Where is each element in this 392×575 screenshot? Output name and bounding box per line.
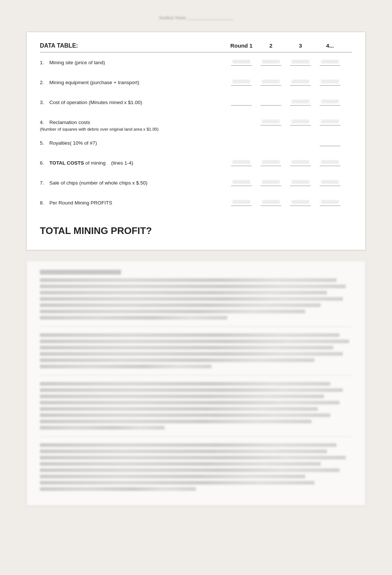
input-field[interactable]: [320, 79, 340, 86]
row-text: Reclamation costs: [49, 120, 90, 125]
input-field[interactable]: [261, 99, 281, 106]
blurred-paragraph: [40, 382, 352, 430]
row-number: 1.: [40, 59, 48, 66]
row-label: 2. Mining equipment (purchase + transpor…: [40, 79, 227, 86]
input-field[interactable]: [320, 99, 340, 106]
input-field[interactable]: [320, 140, 340, 146]
input-field[interactable]: [261, 79, 281, 86]
input-field[interactable]: [261, 179, 281, 186]
input-cell: [256, 79, 286, 86]
row-number: 8.: [40, 199, 48, 207]
row-label: 1. Mining site (price of land): [40, 59, 227, 66]
input-cell: [286, 179, 315, 186]
input-field[interactable]: [290, 159, 311, 166]
input-field[interactable]: [261, 119, 281, 125]
input-cell: [227, 140, 256, 146]
input-field[interactable]: [231, 179, 252, 186]
input-cell: [315, 140, 345, 146]
input-cell: [256, 140, 286, 146]
row-inputs: [227, 199, 352, 206]
row-number: 7.: [40, 179, 48, 187]
row-bold-text: TOTAL COSTS: [49, 160, 84, 166]
input-field[interactable]: [290, 179, 311, 186]
input-field[interactable]: [261, 159, 281, 166]
table-row: 8. Per Round Mining PROFITS: [40, 199, 352, 213]
row-label: 5. Royalties( 10% of #7): [40, 140, 227, 147]
table-row: 2. Mining equipment (purchase + transpor…: [40, 79, 352, 92]
section-divider: [40, 436, 352, 437]
input-field[interactable]: [290, 119, 311, 125]
input-field[interactable]: [231, 199, 252, 206]
input-cell: [227, 59, 256, 66]
row-label: 4. Reclamation costs (Number of squares …: [40, 119, 227, 133]
input-cell: [315, 119, 345, 125]
input-cell: [286, 119, 315, 125]
row-number: 6.: [40, 159, 48, 167]
input-field[interactable]: [290, 99, 311, 106]
row-text: Mining site (price of land): [49, 60, 105, 65]
input-field[interactable]: [320, 199, 340, 206]
blurred-paragraph: [40, 333, 352, 368]
row-number: 5.: [40, 140, 48, 147]
input-cell: [286, 159, 315, 166]
input-cell: [256, 119, 286, 125]
input-cell: [227, 159, 256, 166]
input-cell: [286, 79, 315, 86]
input-field[interactable]: [320, 119, 340, 125]
header-text: Student Name ___________________: [159, 15, 233, 20]
blurred-paragraph: [40, 443, 352, 491]
input-cell: [227, 79, 256, 86]
input-cell: [315, 79, 345, 86]
round-header-3: 3: [286, 42, 315, 49]
row-number: 2.: [40, 79, 48, 86]
row-text-after: of mining: [85, 160, 106, 166]
input-cell: [315, 179, 345, 186]
table-row: 4. Reclamation costs (Number of squares …: [40, 119, 352, 133]
row-text: Per Round Mining PROFITS: [49, 200, 112, 206]
input-cell: [256, 59, 286, 66]
total-profit-title: TOTAL MINING PROFIT?: [40, 225, 152, 236]
row-inputs: [227, 99, 352, 106]
row-text: Sale of chips (number of whole chips x $…: [49, 180, 148, 186]
row-text: Mining equipment (purchase + transport): [49, 80, 140, 85]
input-cell: [256, 159, 286, 166]
row-label: 8. Per Round Mining PROFITS: [40, 199, 227, 207]
page: Student Name ___________________ DATA TA…: [19, 0, 373, 521]
input-field[interactable]: [290, 79, 311, 86]
row-label: 7. Sale of chips (number of whole chips …: [40, 179, 227, 187]
input-field[interactable]: [231, 79, 252, 86]
section-divider: [40, 326, 352, 327]
row-inputs: [227, 59, 352, 66]
input-field[interactable]: [231, 99, 252, 106]
round-header-4: 4...: [315, 42, 345, 49]
row-text: Cost of operation (Minutes mined x $1.00…: [49, 100, 142, 105]
input-cell: [256, 179, 286, 186]
round-headers: Round 1 2 3 4...: [227, 42, 352, 49]
row-inputs: [227, 159, 352, 166]
input-field[interactable]: [231, 159, 252, 166]
row-note: (lines 1-4): [111, 160, 133, 166]
input-cell: [227, 179, 256, 186]
input-field[interactable]: [231, 59, 252, 66]
input-field[interactable]: [290, 59, 311, 66]
input-field[interactable]: [261, 59, 281, 66]
table-label: DATA TABLE:: [40, 42, 227, 49]
input-cell: [286, 199, 315, 206]
input-cell: [256, 199, 286, 206]
table-row: 5. Royalties( 10% of #7): [40, 140, 352, 153]
table-row: 1. Mining site (price of land): [40, 59, 352, 72]
table-header-row: DATA TABLE: Round 1 2 3 4...: [40, 42, 352, 52]
input-cell: [315, 159, 345, 166]
row-number: 3.: [40, 99, 48, 106]
table-row: 3. Cost of operation (Minutes mined x $1…: [40, 99, 352, 112]
input-cell: [227, 99, 256, 106]
input-field[interactable]: [290, 199, 311, 206]
row-number: 4.: [40, 119, 48, 126]
input-field[interactable]: [320, 59, 340, 66]
row-inputs: [227, 119, 352, 125]
input-field[interactable]: [261, 199, 281, 206]
input-field[interactable]: [320, 179, 340, 186]
input-field[interactable]: [320, 159, 340, 166]
input-cell: [227, 199, 256, 206]
row-inputs: [227, 140, 352, 146]
